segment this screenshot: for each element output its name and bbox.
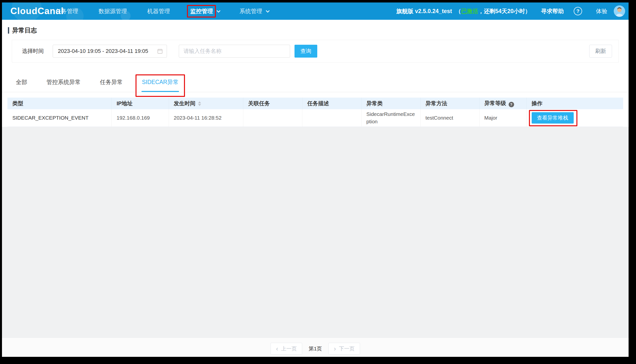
table-header-row: 类型 IP地址 发生时间 关联任务 任务描述 异常类 异常方法 异常等级? 操作 bbox=[8, 98, 623, 109]
exception-table: 类型 IP地址 发生时间 关联任务 任务描述 异常类 异常方法 异常等级? 操作 bbox=[8, 98, 623, 127]
cell-time: 2023-04-11 16:28:52 bbox=[169, 109, 243, 126]
col-ip: IP地址 bbox=[112, 98, 169, 109]
col-exception-level: 异常等级? bbox=[479, 98, 526, 109]
chevron-left-icon: ‹ bbox=[276, 346, 278, 352]
nav-item-machine-management[interactable]: 机器管理 bbox=[147, 8, 170, 15]
title-accent-bar bbox=[8, 27, 9, 34]
col-type: 类型 bbox=[8, 98, 112, 109]
nav-item-label: 任务管理 bbox=[56, 8, 78, 15]
paren: （ bbox=[455, 8, 461, 15]
col-related-task: 关联任务 bbox=[243, 98, 302, 109]
tab-all[interactable]: 全部 bbox=[15, 75, 28, 92]
current-page-indicator: 第1页 bbox=[309, 345, 322, 352]
cell-actions: 查看异常堆栈 bbox=[526, 109, 623, 126]
cell-exception-level: Major bbox=[479, 109, 526, 126]
refresh-button[interactable]: 刷新 bbox=[589, 45, 612, 58]
tab-label: SIDECAR异常 bbox=[142, 79, 179, 85]
filter-bar: 选择时间 2023-04-10 19:05 - 2023-04-11 19:05… bbox=[12, 40, 619, 62]
cell-task-desc bbox=[302, 109, 361, 126]
tab-task-exception[interactable]: 任务异常 bbox=[99, 75, 123, 92]
activation-remaining: ，还剩54天20小时） bbox=[478, 8, 531, 15]
tab-console-exception[interactable]: 管控系统异常 bbox=[46, 75, 81, 92]
seek-help-link[interactable]: 寻求帮助 bbox=[541, 8, 564, 15]
cell-ip: 192.168.0.169 bbox=[112, 109, 169, 126]
cell-exception-class: SidecarRuntimeException bbox=[361, 109, 420, 126]
activation-status: 已激活 bbox=[461, 8, 478, 15]
page-title-text: 异常日志 bbox=[12, 26, 37, 34]
experience-link[interactable]: 体验 bbox=[596, 8, 607, 15]
calendar-icon bbox=[157, 48, 163, 54]
date-range-input[interactable]: 2023-04-10 19:05 - 2023-04-11 19:05 bbox=[53, 45, 167, 58]
exception-type-tabs: 全部 管控系统异常 任务异常 SIDECAR异常 bbox=[2, 68, 628, 92]
task-name-input[interactable] bbox=[179, 45, 290, 58]
nav-item-system-management[interactable]: 系统管理 bbox=[240, 8, 269, 15]
app-window: CloudCanal 任务管理 数据源管理 机器管理 监控管理 系统管理 bbox=[2, 2, 628, 357]
next-page-button[interactable]: › 下一页 bbox=[328, 343, 360, 354]
avatar-image bbox=[614, 6, 625, 17]
empty-background-area bbox=[2, 127, 628, 338]
help-question-icon[interactable]: ? bbox=[574, 7, 582, 15]
cell-type: SIDECAR_EXCEPTION_EVENT bbox=[8, 109, 112, 126]
query-button[interactable]: 查询 bbox=[295, 45, 317, 58]
chevron-right-icon: › bbox=[334, 346, 336, 352]
tab-sidecar-exception[interactable]: SIDECAR异常 bbox=[142, 75, 179, 92]
tab-label: 管控系统异常 bbox=[47, 79, 81, 85]
col-task-desc: 任务描述 bbox=[302, 98, 361, 109]
edition-version-text: 旗舰版 v2.5.0.24_test bbox=[396, 8, 452, 15]
col-exception-method: 异常方法 bbox=[420, 98, 479, 109]
time-filter-label: 选择时间 bbox=[22, 48, 44, 55]
view-exception-stack-button[interactable]: 查看异常堆栈 bbox=[532, 112, 574, 124]
active-tab-underline bbox=[142, 91, 179, 92]
table-row: SIDECAR_EXCEPTION_EVENT 192.168.0.169 20… bbox=[8, 109, 623, 126]
cell-exception-method: testConnect bbox=[420, 109, 479, 126]
prev-page-button[interactable]: ‹ 上一页 bbox=[271, 343, 302, 354]
sort-icon[interactable] bbox=[198, 101, 201, 106]
col-occur-time[interactable]: 发生时间 bbox=[169, 98, 243, 109]
nav-item-label: 系统管理 bbox=[240, 8, 262, 15]
date-range-value: 2023-04-10 19:05 - 2023-04-11 19:05 bbox=[58, 48, 157, 54]
chevron-down-icon bbox=[216, 9, 220, 12]
exception-table-container: 类型 IP地址 发生时间 关联任务 任务描述 异常类 异常方法 异常等级? 操作 bbox=[2, 92, 628, 127]
nav-item-datasource-management[interactable]: 数据源管理 bbox=[99, 8, 127, 15]
nav-item-label: 数据源管理 bbox=[99, 8, 127, 15]
col-actions: 操作 bbox=[526, 98, 623, 109]
col-exception-class: 异常类 bbox=[361, 98, 420, 109]
chevron-down-icon bbox=[266, 9, 270, 12]
cell-related-task bbox=[243, 109, 302, 126]
next-page-label: 下一页 bbox=[339, 345, 355, 352]
top-navbar: CloudCanal 任务管理 数据源管理 机器管理 监控管理 系统管理 bbox=[2, 2, 628, 20]
tab-label: 任务异常 bbox=[100, 79, 123, 85]
level-help-icon[interactable]: ? bbox=[509, 102, 514, 107]
pagination-footer: ‹ 上一页 第1页 › 下一页 bbox=[2, 338, 628, 357]
nav-item-task-management[interactable]: 任务管理 bbox=[56, 8, 78, 15]
navbar-right: 旗舰版 v2.5.0.24_test （ 已激活 ，还剩54天20小时） 寻求帮… bbox=[396, 6, 625, 17]
nav-item-label: 监控管理 bbox=[190, 8, 213, 15]
user-avatar[interactable] bbox=[614, 6, 625, 17]
nav-menu: 任务管理 数据源管理 机器管理 监控管理 系统管理 bbox=[56, 8, 289, 15]
prev-page-label: 上一页 bbox=[281, 345, 297, 352]
nav-item-label: 机器管理 bbox=[147, 8, 170, 15]
tab-label: 全部 bbox=[16, 79, 27, 85]
page-title: 异常日志 bbox=[8, 26, 628, 34]
nav-item-monitor-management[interactable]: 监控管理 bbox=[190, 8, 219, 15]
cloudcanal-logo[interactable]: CloudCanal bbox=[11, 6, 27, 16]
